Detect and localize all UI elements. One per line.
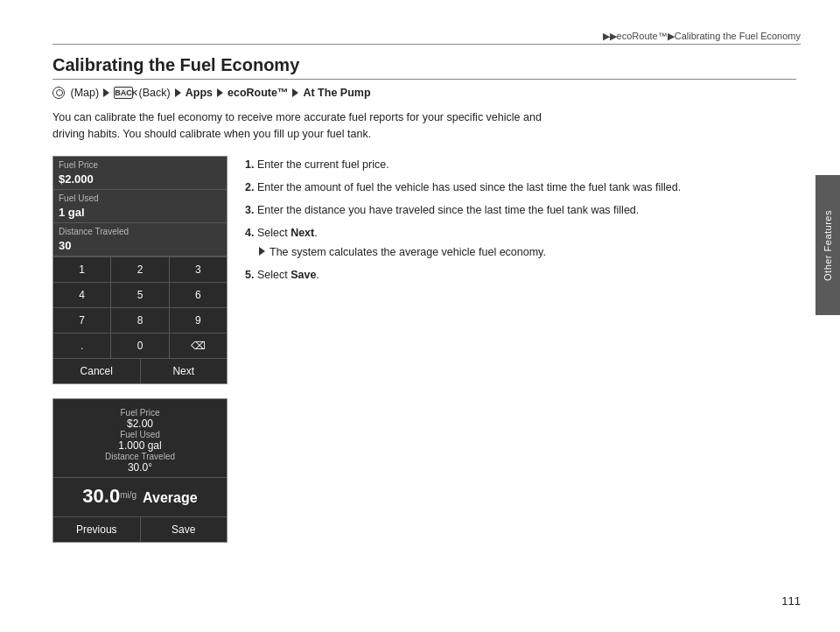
- distance-value: 30: [53, 237, 227, 256]
- key-dot[interactable]: .: [53, 334, 110, 358]
- step-2-text: Enter the amount of fuel the vehicle has…: [257, 181, 681, 193]
- map-icon: [52, 87, 65, 99]
- key-6[interactable]: 6: [170, 283, 227, 307]
- pump-label: At The Pump: [303, 87, 370, 99]
- step-1-text: Enter the current fuel price.: [257, 158, 389, 171]
- key-backspace[interactable]: ⌫: [170, 334, 227, 358]
- step-3-num: 3.: [245, 204, 254, 216]
- nav-arrow-1: [103, 88, 109, 97]
- right-tab-label: Other Features: [822, 210, 833, 281]
- fuel-price-value: $2.000: [53, 171, 227, 190]
- avg-unit: mi/g: [120, 490, 136, 500]
- right-tab: Other Features: [816, 175, 840, 315]
- numpad: 1 2 3 4 5 6 7 8 9 . 0 ⌫: [53, 256, 227, 358]
- distance-label: Distance Traveled: [53, 223, 227, 237]
- screen-buttons: Cancel Next: [53, 358, 227, 383]
- avg-label: Average: [143, 490, 198, 505]
- summary-screen: Fuel Price $2.00 Fuel Used 1.000 gal Dis…: [52, 398, 228, 543]
- key-4[interactable]: 4: [53, 283, 110, 307]
- title-divider: [52, 79, 796, 80]
- step-1-num: 1.: [245, 158, 254, 171]
- apps-label: Apps: [186, 87, 213, 99]
- step-5: 5. Select Save.: [245, 266, 796, 284]
- input-section: Fuel Price $2.000 Fuel Used 1 gal Distan…: [52, 156, 796, 384]
- step-2-num: 2.: [245, 181, 254, 193]
- nav-breadcrumb: (Map) BACK (Back) Apps ecoRoute™ At The …: [52, 87, 796, 99]
- cancel-button[interactable]: Cancel: [53, 359, 140, 383]
- step-4-sub-text: The system calculates the average vehicl…: [270, 243, 546, 261]
- key-5[interactable]: 5: [111, 283, 168, 307]
- key-0[interactable]: 0: [111, 334, 168, 358]
- previous-button[interactable]: Previous: [53, 517, 140, 542]
- sub-arrow-icon: [259, 247, 265, 256]
- back-icon: BACK: [114, 87, 133, 99]
- step-4-num: 4.: [245, 227, 254, 239]
- page-number: 111: [781, 594, 801, 607]
- summary-fuel-price-label: Fuel Price: [59, 408, 221, 418]
- key-8[interactable]: 8: [111, 308, 168, 333]
- nav-arrow-2: [175, 88, 181, 97]
- breadcrumb-text: ▶▶ecoRoute™▶Calibrating the Fuel Economy: [603, 31, 801, 41]
- input-screen: Fuel Price $2.000 Fuel Used 1 gal Distan…: [52, 156, 228, 384]
- steps-section: 1. Enter the current fuel price. 2. Ente…: [245, 156, 796, 384]
- page-title: Calibrating the Fuel Economy: [52, 55, 796, 75]
- key-7[interactable]: 7: [53, 308, 110, 333]
- map-label: (Map): [67, 87, 99, 99]
- summary-average: 30.0mi/g Average: [53, 477, 227, 516]
- intro-text: You can calibrate the fuel economy to re…: [52, 109, 542, 144]
- next-button[interactable]: Next: [141, 359, 228, 383]
- main-content: Calibrating the Fuel Economy (Map) BACK …: [52, 48, 796, 588]
- back-label: (Back): [136, 87, 171, 99]
- summary-distance-label: Distance Traveled: [59, 452, 221, 461]
- step-2: 2. Enter the amount of fuel the vehicle …: [245, 179, 796, 196]
- step-4-sub: The system calculates the average vehicl…: [259, 243, 796, 261]
- summary-section: Fuel Price $2.00 Fuel Used 1.000 gal Dis…: [52, 398, 796, 543]
- summary-fuel-used-label: Fuel Used: [59, 430, 221, 439]
- step-4: 4. Select Next. The system calculates th…: [245, 224, 796, 261]
- summary-fuel-used-value: 1.000 gal: [59, 439, 221, 452]
- summary-fuel-price-value: $2.00: [59, 418, 221, 430]
- key-3[interactable]: 3: [170, 257, 227, 282]
- header-divider: [52, 44, 801, 45]
- fuel-used-value: 1 gal: [53, 204, 227, 223]
- step-3-text: Enter the distance you have traveled sin…: [257, 204, 639, 216]
- fuel-used-label: Fuel Used: [53, 190, 227, 204]
- key-2[interactable]: 2: [111, 257, 168, 282]
- step-3: 3. Enter the distance you have traveled …: [245, 201, 796, 219]
- nav-arrow-3: [217, 88, 223, 97]
- step-5-num: 5.: [245, 269, 254, 281]
- summary-header: Fuel Price $2.00 Fuel Used 1.000 gal Dis…: [53, 399, 227, 477]
- fuel-price-label: Fuel Price: [53, 157, 227, 171]
- header-breadcrumb: ▶▶ecoRoute™▶Calibrating the Fuel Economy: [603, 31, 801, 42]
- summary-distance-value: 30.0°: [59, 461, 221, 474]
- summary-buttons: Previous Save: [53, 516, 227, 542]
- fuel-used-field: Fuel Used 1 gal: [53, 190, 227, 223]
- ecoroute-label: ecoRoute™: [228, 87, 288, 99]
- step-5-text: Select Save.: [257, 269, 319, 281]
- distance-field: Distance Traveled 30: [53, 223, 227, 256]
- avg-number: 30.0: [82, 485, 120, 507]
- nav-arrow-4: [292, 88, 298, 97]
- step-4-text: Select Next.: [257, 227, 318, 239]
- step-1: 1. Enter the current fuel price.: [245, 156, 796, 173]
- save-button[interactable]: Save: [141, 517, 228, 542]
- key-1[interactable]: 1: [53, 257, 110, 282]
- fuel-price-field: Fuel Price $2.000: [53, 157, 227, 190]
- key-9[interactable]: 9: [170, 308, 227, 333]
